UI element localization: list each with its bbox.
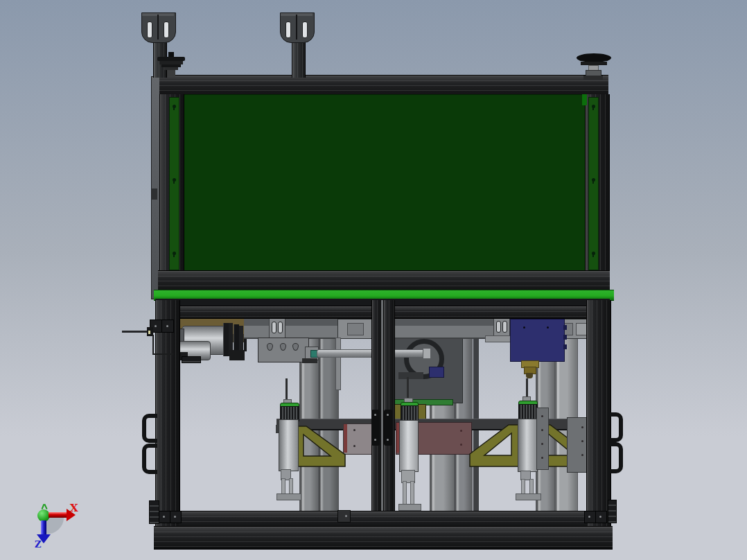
valve-bit <box>429 367 444 378</box>
actuator-body <box>518 419 538 472</box>
hinge-bracket <box>149 500 159 524</box>
enclosure-corner-green-right <box>582 94 587 105</box>
enclosure-bottom-beam[interactable] <box>158 270 610 291</box>
cad-viewport[interactable]: X Z <box>0 0 747 560</box>
screw-dot <box>166 325 168 327</box>
door-handle[interactable] <box>142 414 157 443</box>
cable <box>152 335 154 355</box>
piston-rod-end <box>423 348 431 359</box>
enclosure-left-green-strip <box>169 97 179 270</box>
pad-bolt <box>168 52 174 57</box>
foot-plate <box>516 493 541 500</box>
rail-slot-plate <box>269 318 285 339</box>
bracket-divider <box>157 15 159 40</box>
screw-dot <box>541 429 543 431</box>
hanger-bracket-left[interactable] <box>141 12 176 43</box>
frame-bottom-rail-inner[interactable] <box>179 511 588 527</box>
screw-dot <box>155 325 157 327</box>
keyhole-slot <box>173 105 176 108</box>
foot-plate <box>398 504 421 511</box>
frame-bottom-rail[interactable] <box>154 526 613 550</box>
base-bracket-plate <box>584 511 596 523</box>
screw-dot <box>523 326 525 329</box>
box-tab <box>563 335 567 340</box>
probe-rod <box>526 378 528 398</box>
gusset-bracket[interactable] <box>296 426 346 467</box>
x-axis-arrow[interactable] <box>49 512 67 518</box>
screw-dot <box>547 326 549 329</box>
probe-rod <box>285 378 288 402</box>
oval-slot <box>502 321 507 333</box>
beam-plate-gray[interactable] <box>343 423 375 455</box>
enclosure-left-nub <box>152 189 157 200</box>
screw-dot <box>599 516 601 518</box>
cable <box>152 353 173 355</box>
orientation-triad[interactable]: X Z <box>28 499 90 554</box>
oval-slot <box>272 322 276 333</box>
slide-hole <box>267 343 273 351</box>
bracket-divider <box>296 15 297 40</box>
actuator-unit-right[interactable] <box>514 378 549 499</box>
triad-shadow <box>46 518 64 534</box>
pad-stem <box>167 70 175 76</box>
keyhole-slot <box>592 105 595 108</box>
body-tab <box>276 425 279 433</box>
foot-base <box>583 76 603 80</box>
side-plate <box>536 408 549 470</box>
door-handle[interactable] <box>608 412 623 442</box>
bracket-slot <box>164 21 169 38</box>
screw-dot <box>541 443 543 445</box>
mount-foot <box>182 356 201 363</box>
door-hinge[interactable] <box>371 410 380 446</box>
screw-dot <box>588 516 590 518</box>
corner-bracket-plate <box>161 320 174 333</box>
actuator-body <box>279 419 299 471</box>
carriage-detail <box>576 323 587 335</box>
enclosure-right-green-strip <box>588 97 599 270</box>
door-hinge[interactable] <box>384 410 392 446</box>
actuator-unit-center[interactable] <box>396 376 423 510</box>
bracket-slot <box>147 21 152 38</box>
leg-rod <box>403 481 407 506</box>
screw-dot <box>581 426 583 428</box>
hinge-bracket <box>608 500 617 523</box>
rod-bracket-foot <box>302 358 317 363</box>
dispenser-box[interactable] <box>510 319 565 362</box>
probe-rod <box>407 377 409 401</box>
rail-carriage[interactable] <box>337 319 372 339</box>
pulley-disk <box>239 326 243 353</box>
x-axis-label: X <box>70 503 78 514</box>
box-tab <box>563 325 567 330</box>
leveling-pad-left[interactable] <box>154 51 187 78</box>
hanger-bracket-right[interactable] <box>280 12 315 43</box>
screw-dot <box>581 440 583 442</box>
slide-hole <box>280 343 286 351</box>
keyhole-slot <box>173 252 176 255</box>
z-axis-arrow[interactable] <box>41 520 46 534</box>
gusset-bracket[interactable] <box>469 424 519 467</box>
door-handle[interactable] <box>608 442 623 473</box>
leg-rod <box>410 481 414 506</box>
foot-plate <box>276 493 301 500</box>
hinge-screw <box>387 414 389 416</box>
slide-block[interactable] <box>258 338 309 362</box>
hinge-screw <box>387 439 389 441</box>
box-tab <box>563 344 567 349</box>
slide-hole <box>292 343 299 351</box>
bracket-slot <box>285 21 291 38</box>
base-bracket-plate <box>170 511 182 523</box>
belt-panel[interactable] <box>182 94 589 272</box>
pulley-disk <box>223 323 229 356</box>
door-handle[interactable] <box>142 444 157 474</box>
carriage-detail <box>347 323 364 335</box>
screw-dot <box>460 444 462 446</box>
actuator-unit-left[interactable] <box>274 377 302 499</box>
leveling-foot-right[interactable] <box>577 53 613 95</box>
base-bracket-plate <box>595 511 607 523</box>
hinge-screw <box>374 414 376 416</box>
y-axis-hint <box>44 504 47 509</box>
bracket-slot <box>302 21 308 38</box>
screw-dot <box>174 516 176 518</box>
enclosure-top-beam[interactable] <box>159 75 608 96</box>
screw-dot <box>353 445 355 447</box>
